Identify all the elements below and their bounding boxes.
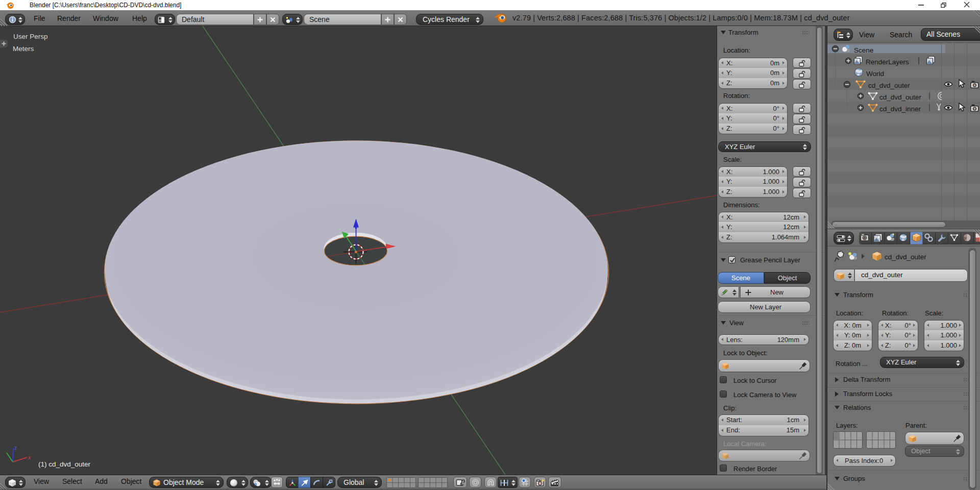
svg-text:z: z	[14, 445, 17, 451]
svg-text:x: x	[28, 454, 31, 460]
